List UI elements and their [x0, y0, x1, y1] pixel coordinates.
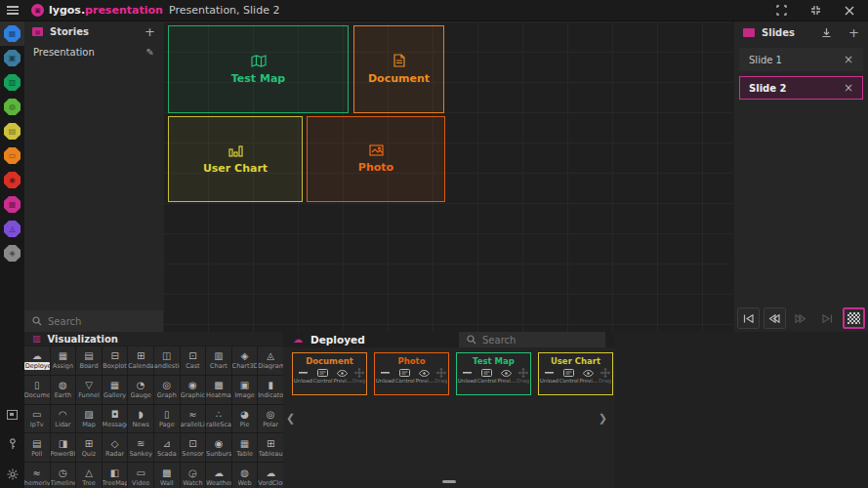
exit-fullscreen-icon[interactable]	[810, 5, 821, 16]
control-control[interactable]: Control	[477, 368, 497, 384]
viz-item-vordclou[interactable]: ☁VordClou	[258, 463, 283, 488]
viz-item-assign[interactable]: ▦Assign	[51, 346, 76, 375]
viz-item-lidar[interactable]: ◠Lidar	[51, 405, 76, 433]
viz-item-pie[interactable]: ◕Pie	[232, 405, 258, 433]
viz-item-image[interactable]: ▣Image	[232, 376, 258, 404]
unload-control[interactable]: Unload	[376, 368, 394, 384]
unload-control[interactable]: Unload	[458, 368, 476, 384]
viz-item-table[interactable]: ▦Table	[232, 433, 258, 462]
carousel-prev-icon[interactable]: ❮	[286, 412, 295, 425]
canvas-tile-document[interactable]: Document	[353, 25, 444, 113]
viz-item-tableau[interactable]: ⊞Tableau	[258, 433, 283, 462]
slide-canvas[interactable]: Test Map Document User Chart Photo	[163, 21, 732, 332]
viz-item-messager[interactable]: ◘Messager	[103, 405, 128, 433]
viz-item-arallellin[interactable]: ≈arallelLin	[181, 405, 206, 433]
preview-control[interactable]: Previ...	[579, 368, 598, 384]
tools-icon[interactable]	[8, 435, 18, 454]
edit-story-icon[interactable]: ✎	[146, 47, 154, 58]
viz-item-earth[interactable]: ◍Earth	[51, 376, 76, 404]
viz-item-cast[interactable]: ⊡Cast	[181, 346, 206, 375]
viz-item-web[interactable]: ◍Web	[232, 463, 258, 488]
panels-icon[interactable]	[7, 405, 18, 424]
viz-item-treemap[interactable]: ◧TreeMap	[103, 463, 128, 488]
add-story-button[interactable]: +	[145, 25, 155, 38]
viz-item-gauge[interactable]: ◔Gauge	[128, 376, 153, 404]
control-control[interactable]: Control	[559, 368, 579, 384]
step-forward-button[interactable]	[790, 307, 812, 329]
viz-item-iptv[interactable]: ▭IpTv	[24, 405, 50, 433]
viz-item-scada[interactable]: ⊿Scada	[154, 433, 180, 462]
fullscreen-icon[interactable]	[776, 5, 787, 16]
app-dashboard-icon[interactable]: ▦	[0, 21, 24, 46]
step-back-button[interactable]	[764, 307, 786, 329]
viz-item-calendar[interactable]: ⊞Calendar	[128, 346, 153, 375]
preview-control[interactable]: Previ...	[333, 368, 351, 384]
viz-item-quiz[interactable]: ⊞Quiz	[76, 433, 102, 462]
viz-item-funnel[interactable]: ▽Funnel	[76, 376, 102, 404]
viz-item-radar[interactable]: ◇Radar	[103, 433, 128, 462]
preview-control[interactable]: Previ...	[415, 368, 434, 384]
viz-item-graphic[interactable]: ◉Graphic	[181, 376, 206, 404]
viz-item-diagram[interactable]: ◬Diagram	[258, 346, 283, 375]
viz-item-graph[interactable]: ◎Graph	[154, 376, 180, 404]
download-slides-icon[interactable]	[821, 23, 832, 42]
app-misc-icon[interactable]: ◈	[0, 241, 24, 265]
remove-slide-icon[interactable]: ×	[844, 54, 853, 65]
slide-item-1[interactable]: Slide 1 ×	[739, 48, 863, 71]
viz-item-page[interactable]: ▯Page	[154, 405, 180, 433]
viz-item-news[interactable]: ◗News	[128, 405, 153, 433]
deployed-card-test-map[interactable]: Test MapUnloadControlPrevi...Drag	[456, 352, 531, 395]
close-icon[interactable]	[845, 6, 854, 16]
viz-item-heatmap[interactable]: ▩Heatmap	[206, 376, 231, 404]
add-slide-button[interactable]: +	[848, 26, 859, 39]
preview-control[interactable]: Previ...	[497, 368, 516, 384]
settings-gear-icon[interactable]	[7, 466, 19, 484]
viz-item-powerbi[interactable]: ◨PowerBI	[51, 433, 76, 462]
viz-item-chart[interactable]: ▥Chart	[206, 346, 231, 375]
panel-resize-handle[interactable]	[442, 480, 456, 483]
viz-item-watch[interactable]: ◶Watch	[181, 463, 206, 488]
viz-item-hemerive[interactable]: ≈hemerive	[24, 463, 50, 488]
carousel-next-icon[interactable]: ❯	[599, 412, 607, 425]
viz-item-sunburst[interactable]: ◉Sunburst	[206, 433, 231, 462]
canvas-tile-photo[interactable]: Photo	[307, 116, 445, 202]
slide-item-2[interactable]: Slide 2 ×	[739, 76, 863, 100]
unload-control[interactable]: Unload	[540, 368, 558, 384]
viz-item-map[interactable]: ▨Map	[76, 405, 102, 433]
canvas-tile-test-map[interactable]: Test Map	[168, 25, 349, 113]
control-control[interactable]: Control	[395, 368, 415, 384]
deployed-card-document[interactable]: DocumentUnloadControlPrevi...Drag	[292, 352, 367, 395]
viz-item-tree[interactable]: △Tree	[76, 463, 102, 488]
viz-item-sankey[interactable]: ≋Sankey	[128, 433, 153, 462]
deployed-search-input[interactable]	[482, 335, 598, 346]
app-server-icon[interactable]: ▭	[0, 143, 24, 168]
viz-item-weather[interactable]: ☁Weather	[206, 463, 231, 488]
viz-item-indicator[interactable]: ▮Indicator	[258, 376, 283, 404]
viz-item-poll[interactable]: ▤Poll	[24, 433, 50, 462]
skip-start-button[interactable]	[737, 307, 760, 329]
app-sign-icon[interactable]: ◉	[0, 168, 24, 192]
app-cube-icon[interactable]: ▣	[0, 46, 24, 70]
viz-item-sensor[interactable]: ⊡Sensor	[181, 433, 206, 462]
transition-pattern-button[interactable]	[843, 307, 865, 329]
app-tree-icon[interactable]: ◍	[0, 95, 24, 119]
viz-item-board[interactable]: ▤Board	[76, 346, 102, 375]
skip-end-button[interactable]	[816, 307, 839, 329]
canvas-tile-user-chart[interactable]: User Chart	[168, 116, 303, 202]
story-item-presentation[interactable]: Presentation ✎	[24, 41, 163, 62]
hamburger-menu-icon[interactable]	[0, 0, 24, 21]
viz-item-andlestic[interactable]: ◫andlestic	[154, 346, 180, 375]
remove-slide-icon[interactable]: ×	[844, 82, 853, 94]
viz-item-boxplot[interactable]: ⊟Boxplot	[103, 346, 128, 375]
viz-item-documen[interactable]: ▯Documen	[24, 376, 50, 404]
viz-item-gallery[interactable]: ▦Gallery	[103, 376, 128, 404]
app-chart-yellow-icon[interactable]: ▤	[0, 119, 24, 143]
viz-item-rallescat[interactable]: ∴ralleScat	[206, 405, 231, 433]
deployed-card-user-chart[interactable]: User ChartUnloadControlPrevi...Drag	[538, 352, 613, 395]
viz-item-timeline[interactable]: ◷Timeline	[51, 463, 76, 488]
viz-item-deployed[interactable]: ☁Deployed	[24, 346, 50, 375]
unload-control[interactable]: Unload	[294, 368, 312, 384]
app-grid-pink-icon[interactable]: ▦	[0, 192, 24, 217]
control-control[interactable]: Control	[313, 368, 333, 384]
viz-item-chart3d[interactable]: ◈Chart3D	[232, 346, 258, 375]
